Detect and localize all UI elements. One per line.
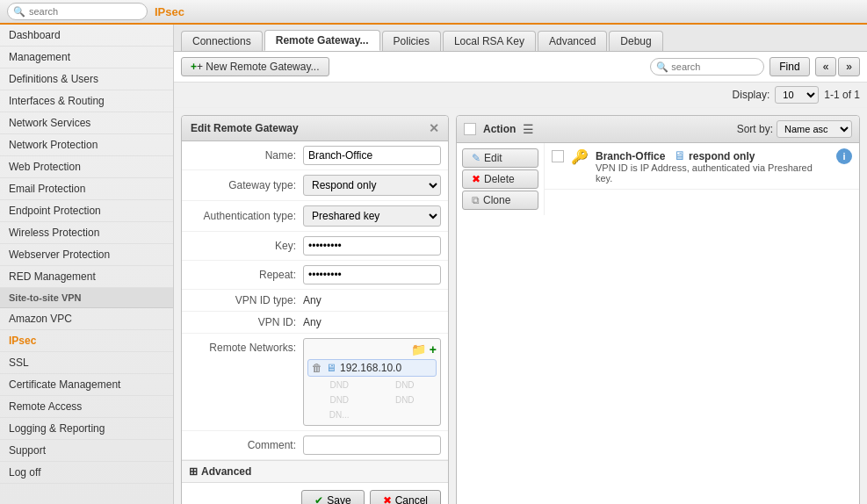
action-label: Action — [483, 123, 516, 135]
sidebar-item-ipsec[interactable]: IPsec — [0, 330, 173, 352]
remote-networks-label: Remote Networks: — [189, 342, 303, 354]
delete-x-icon: ✖ — [472, 173, 480, 185]
sidebar-item-webserver-protection[interactable]: Webserver Protection — [0, 244, 173, 266]
sidebar-item-support[interactable]: Support — [0, 440, 173, 462]
gateway-computer-icon: 🖥 — [674, 148, 686, 162]
breadcrumb-ipsec: IPsec — [155, 5, 184, 18]
add-network-icon[interactable]: + — [430, 342, 437, 356]
sidebar-item-logoff[interactable]: Log off — [0, 462, 173, 484]
delete-network-icon[interactable]: 🗑 — [312, 362, 322, 374]
delete-button[interactable]: ✖ Delete — [462, 169, 538, 189]
sidebar-item-definitions-users[interactable]: Definitions & Users — [0, 68, 173, 90]
search-box[interactable]: 🔍 — [7, 3, 148, 20]
gateway-type-select[interactable]: Respond only Initiate Any — [303, 175, 441, 196]
delete-label: Delete — [484, 173, 515, 185]
form-row-vpn-id: VPN ID: Any — [182, 312, 448, 334]
search-input[interactable] — [29, 6, 134, 17]
form-row-repeat: Repeat: — [182, 261, 448, 290]
sidebar: Dashboard Management Definitions & Users… — [0, 25, 174, 504]
vpn-id-value: Any — [303, 316, 322, 328]
vpn-id-value-wrap: Any — [303, 316, 441, 328]
tab-remote-gateway[interactable]: Remote Gateway... — [264, 30, 380, 51]
vpn-id-label: VPN ID: — [189, 316, 303, 328]
sidebar-item-web-protection[interactable]: Web Protection — [0, 156, 173, 178]
sidebar-item-network-services[interactable]: Network Services — [0, 112, 173, 134]
edit-panel-title: Edit Remote Gateway — [191, 122, 299, 134]
comment-label: Comment: — [189, 439, 303, 451]
gateway-checkbox[interactable] — [552, 150, 564, 162]
gateway-description: VPN ID is IP Address, authenticated via … — [596, 162, 829, 184]
auth-type-select[interactable]: Preshared key RSA key X.509 certificate — [303, 205, 441, 227]
form-row-gateway-type: Gateway type: Respond only Initiate Any — [182, 170, 448, 201]
comment-input[interactable] — [303, 436, 441, 455]
key-label: Key: — [189, 240, 303, 252]
tab-connections[interactable]: Connections — [181, 31, 263, 51]
sidebar-item-email-protection[interactable]: Email Protection — [0, 178, 173, 200]
sort-label: Sort by: — [737, 123, 773, 135]
clone-copy-icon: ⧉ — [472, 194, 480, 206]
form-row-vpn-id-type: VPN ID type: Any — [182, 290, 448, 312]
tab-policies[interactable]: Policies — [382, 31, 441, 51]
folder-icon[interactable]: 📁 — [411, 342, 426, 356]
info-icon[interactable]: i — [836, 148, 852, 164]
edit-panel: Edit Remote Gateway ✕ Name: Gateway type… — [181, 115, 449, 504]
sidebar-item-wireless-protection[interactable]: Wireless Protection — [0, 222, 173, 244]
clone-button[interactable]: ⧉ Clone — [462, 191, 538, 210]
key-input[interactable] — [303, 236, 441, 256]
sidebar-item-management[interactable]: Management — [0, 47, 173, 68]
dnd-placeholder-5: DN... — [307, 408, 372, 421]
action-buttons-col: ✎ Edit ✖ Delete ⧉ Clone — [457, 143, 545, 215]
remote-network-toolbar: 📁 + — [307, 342, 437, 356]
name-label: Name: — [189, 149, 303, 162]
auth-type-label: Authentication type: — [189, 210, 303, 222]
sidebar-item-ssl[interactable]: SSL — [0, 352, 173, 374]
tab-local-rsa-key[interactable]: Local RSA Key — [443, 31, 536, 51]
key-value-wrap — [303, 236, 441, 256]
display-select[interactable]: 10 — [775, 86, 819, 104]
find-button[interactable]: Find — [769, 57, 809, 76]
sidebar-item-certificate-management[interactable]: Certificate Management — [0, 374, 173, 396]
cancel-icon: ✖ — [383, 494, 392, 504]
repeat-input[interactable] — [303, 265, 441, 284]
sidebar-item-amazon-vpc[interactable]: Amazon VPC — [0, 308, 173, 330]
repeat-label: Repeat: — [189, 269, 303, 281]
tab-debug[interactable]: Debug — [609, 31, 662, 51]
sort-by: Sort by: Name asc Name desc — [737, 120, 852, 138]
dnd-placeholder-1: DND — [307, 378, 372, 392]
search-icon-right: 🔍 — [656, 61, 668, 73]
close-icon[interactable]: ✕ — [429, 121, 439, 135]
sidebar-item-remote-access[interactable]: Remote Access — [0, 396, 173, 418]
edit-pencil-icon: ✎ — [472, 152, 480, 164]
action-bar: + + New Remote Gateway... 🔍 Find « » — [174, 52, 867, 83]
save-button[interactable]: ✔ Save — [301, 490, 364, 504]
edit-button[interactable]: ✎ Edit — [462, 148, 538, 168]
search-icon: 🔍 — [13, 6, 25, 18]
menu-icon[interactable]: ☰ — [523, 122, 534, 136]
header-checkbox[interactable] — [464, 123, 476, 135]
sidebar-item-interfaces-routing[interactable]: Interfaces & Routing — [0, 90, 173, 112]
sidebar-item-dashboard[interactable]: Dashboard — [0, 25, 173, 47]
tab-advanced[interactable]: Advanced — [538, 31, 607, 51]
sidebar-item-network-protection[interactable]: Network Protection — [0, 134, 173, 156]
edit-label: Edit — [484, 152, 502, 164]
vpn-id-type-value: Any — [303, 294, 322, 306]
new-remote-gateway-button[interactable]: + + New Remote Gateway... — [181, 57, 329, 76]
sidebar-item-logging-reporting[interactable]: Logging & Reporting — [0, 418, 173, 440]
search-right-input[interactable] — [671, 61, 759, 72]
sort-select[interactable]: Name asc Name desc — [777, 120, 852, 138]
advanced-toggle[interactable]: ⊞ Advanced — [189, 465, 441, 478]
pagination-info: 1-1 of 1 — [824, 89, 860, 101]
nav-next-button[interactable]: » — [838, 57, 860, 76]
name-input[interactable] — [303, 146, 441, 165]
dnd-placeholder-grid: DND DND DND DND DN... — [307, 378, 437, 421]
dnd-placeholder-2: DND — [373, 378, 437, 392]
vpn-id-type-label: VPN ID type: — [189, 294, 303, 306]
nav-prev-button[interactable]: « — [815, 57, 837, 76]
sidebar-item-red-management[interactable]: RED Management — [0, 266, 173, 288]
plus-advanced-icon: ⊞ — [189, 465, 198, 478]
cancel-label: Cancel — [395, 494, 428, 504]
search-box-right[interactable]: 🔍 — [650, 58, 764, 76]
cancel-button[interactable]: ✖ Cancel — [370, 490, 441, 504]
display-bar: Display: 10 1-1 of 1 — [174, 83, 867, 108]
sidebar-item-endpoint-protection[interactable]: Endpoint Protection — [0, 200, 173, 222]
